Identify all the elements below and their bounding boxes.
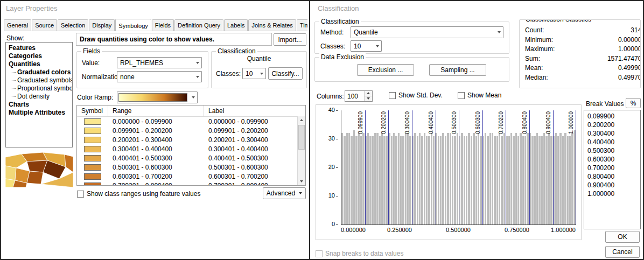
break-value-item[interactable]: 0.099900 [584,112,640,121]
cancel-button[interactable]: Cancel [605,246,640,258]
table-row[interactable]: 0.200201 - 0.3004000.200201 - 0.300400 [77,135,305,144]
checkbox-box[interactable] [458,92,465,99]
spinner-up-icon[interactable] [364,91,372,96]
color-swatch[interactable] [84,155,101,161]
histogram-bar [550,136,552,224]
tab-display[interactable]: Display [89,19,115,31]
tab-fields[interactable]: Fields [152,19,174,31]
break-line[interactable] [412,110,412,224]
break-value-item[interactable]: 0.500300 [584,146,640,155]
break-line[interactable] [388,110,389,224]
table-row[interactable]: 0.700201 - 0.8004000.700201 - 0.800400 [77,181,305,186]
table-row[interactable]: 0.099901 - 0.2002000.099901 - 0.200200 [77,126,305,135]
symbol-cell [77,164,108,171]
break-line[interactable] [459,110,459,224]
show-std-dev-checkbox[interactable]: Show Std. Dev. [389,92,443,99]
tab-labels[interactable]: Labels [224,19,248,31]
table-row[interactable]: 0.600301 - 0.7002000.600301 - 0.700200 [77,172,305,181]
break-line[interactable] [553,110,554,224]
tab-selection[interactable]: Selection [58,19,88,31]
classification-method-group: Classification Method: Quantile Classes:… [314,22,509,54]
histogram-bar [562,136,564,224]
scrollbar-thumb[interactable] [298,125,305,150]
break-line[interactable] [365,110,366,224]
tab-source[interactable]: Source [32,19,57,31]
tab-general[interactable]: General [4,19,31,31]
table-row[interactable]: 0.000000 - 0.0999000.000000 - 0.099900 [77,117,305,126]
show-std-dev-label: Show Std. Dev. [398,92,443,99]
break-value-item[interactable]: 1.000000 [584,189,640,198]
value-combo[interactable]: RPL_THEMES [117,57,202,68]
color-swatch[interactable] [84,146,101,152]
snap-breaks-checkbox[interactable]: Snap breaks to data values [316,250,403,257]
range-cell: 0.200201 - 0.300400 [108,136,204,144]
table-row[interactable]: 0.500301 - 0.6003000.500301 - 0.600300 [77,163,305,172]
table-row[interactable]: 0.400401 - 0.5003000.400401 - 0.500300 [77,153,305,163]
color-swatch[interactable] [84,164,101,171]
method-combo[interactable]: Quantile [351,26,503,38]
show-tree-item-multiple-attributes[interactable]: Multiple Attributes [6,109,72,117]
histogram-bar [362,133,364,224]
show-class-ranges-checkbox[interactable]: Show class ranges using feature values [77,190,200,198]
spinner-down-icon[interactable] [364,96,372,101]
classify-button[interactable]: Classify... [268,67,303,80]
break-line[interactable] [506,110,506,224]
histogram-bar [487,136,488,224]
advanced-button[interactable]: Advanced [263,187,306,199]
break-value-item[interactable]: 0.300400 [584,129,640,138]
normalization-combo[interactable]: none [117,71,202,82]
classes-combo-right[interactable]: 10 [351,40,382,52]
column-header-range[interactable]: Range [108,106,204,116]
show-tree-item-proportional-symbols[interactable]: Proportional symbols [6,85,72,93]
tab-time[interactable]: Time [297,19,307,31]
symbol-cell [77,146,108,152]
color-ramp-combo[interactable] [117,92,198,103]
statistic-label: Mean: [525,64,543,72]
show-tree-item-charts[interactable]: Charts [6,101,72,109]
symbol-table-scrollbar[interactable] [297,116,305,185]
show-tree-item-categories[interactable]: Categories [6,52,72,60]
break-line[interactable] [529,110,530,224]
break-value-item[interactable]: 0.800400 [584,172,640,181]
show-tree-item-dot-density[interactable]: Dot density [6,93,72,101]
classes-combo[interactable]: 10 [242,68,266,79]
sampling-button[interactable]: Sampling ... [429,64,486,76]
ok-button[interactable]: OK [605,231,640,243]
break-line[interactable] [576,110,576,224]
show-tree-item-quantities[interactable]: Quantities [6,60,72,68]
checkbox-box[interactable] [389,92,396,99]
break-values-list[interactable]: 0.0999000.2002000.3004000.4004000.500300… [584,110,641,229]
break-value-item[interactable]: 0.900400 [584,181,640,189]
column-header-label[interactable]: Label [204,106,305,116]
break-value-item[interactable]: 0.700200 [584,164,640,172]
tab-symbology[interactable]: Symbology [115,19,151,31]
color-swatch[interactable] [84,173,101,180]
exclusion-button[interactable]: Exclusion ... [357,64,414,76]
scroll-up-icon[interactable] [298,116,305,124]
color-swatch[interactable] [84,137,101,143]
color-swatch[interactable] [84,128,101,134]
columns-spinner[interactable]: 100 [345,90,373,102]
tab-definition-query[interactable]: Definition Query [174,19,223,31]
checkbox-box[interactable] [77,191,84,198]
percent-button[interactable]: % [626,98,641,108]
show-tree-item-features[interactable]: Features [6,44,72,52]
color-swatch[interactable] [84,182,101,186]
break-line[interactable] [436,110,436,224]
tab-joins-relates[interactable]: Joins & Relates [248,19,296,31]
color-swatch[interactable] [84,118,101,125]
checkbox-box[interactable] [316,250,323,257]
column-header-symbol[interactable]: Symbol [77,106,108,116]
break-line[interactable] [482,110,483,224]
break-value-item[interactable]: 0.600300 [584,155,640,164]
statistic-label: Count: [525,26,544,34]
table-row[interactable]: 0.300401 - 0.4004000.300401 - 0.400400 [77,144,305,153]
import-button[interactable]: Import... [274,33,306,46]
show-mean-checkbox[interactable]: Show Mean [458,92,501,99]
break-value-item[interactable]: 0.200200 [584,121,640,129]
histogram-plot[interactable]: 0.0999000.2002000.3004000.4004000.500300… [341,110,576,225]
break-value-item[interactable]: 0.400400 [584,138,640,146]
show-tree-item-graduated-colors[interactable]: Graduated colors [6,68,72,76]
show-tree-item-graduated-symbols[interactable]: Graduated symbols [6,76,72,85]
scroll-down-icon[interactable] [298,177,305,185]
